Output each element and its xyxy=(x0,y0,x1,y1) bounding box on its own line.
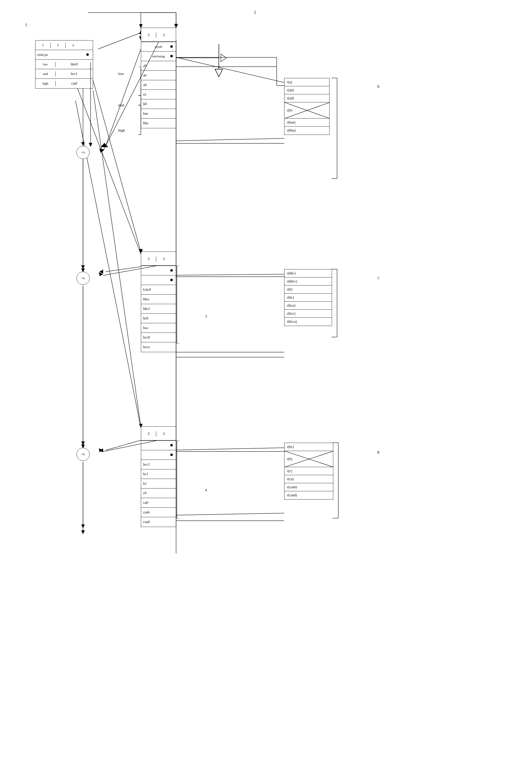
node1-low-label: low xyxy=(35,62,56,67)
mc3-row-bcc1: bcc1 xyxy=(141,462,152,467)
mc3-row-bc1: bc1 xyxy=(141,472,150,477)
rb8-row3: r(c) xyxy=(285,467,333,475)
label-4: 4 xyxy=(205,488,207,492)
svg-line-64 xyxy=(176,57,284,82)
rb6-row5: r(bae) xyxy=(285,118,329,126)
hb2-col1: 3 xyxy=(141,256,156,261)
rb7-row2: r(bbcc) xyxy=(285,277,332,285)
mc3-row-c0: c0 xyxy=(141,491,148,496)
rb8-row4: r(ca) xyxy=(285,475,333,483)
node1-mid-label: mid xyxy=(35,71,56,76)
label-8: 8 xyxy=(377,450,379,455)
svg-marker-3 xyxy=(81,265,85,269)
svg-line-66 xyxy=(176,274,284,275)
svg-line-18 xyxy=(106,440,141,450)
op1-circle: +x xyxy=(76,146,89,159)
node1: 1 1 x child ptr low bbc0 mid bcc1 high c… xyxy=(35,40,93,89)
svg-line-65 xyxy=(176,138,284,141)
mc3-dot1 xyxy=(170,444,173,448)
mc2-row-bca: bca xyxy=(141,325,150,330)
mc3-row-b1: b1 xyxy=(141,481,149,486)
result-box-7: r(bbc) r(bbcc) r(b) r(bc) r(bca) r(bcc) … xyxy=(284,269,332,326)
node1-cell2: 1 xyxy=(51,43,66,48)
hb1-col2: 3 xyxy=(156,32,171,38)
node1-cell3: x xyxy=(66,43,81,48)
child-ptr-dot xyxy=(86,53,89,57)
rb8-row1: r(bc) xyxy=(285,443,333,451)
result-box-8: r(bc) r(b) r(c) r(ca) r(caab) r(caad) xyxy=(284,443,333,500)
mc2-row-bcc0: bcc0 xyxy=(141,335,152,340)
svg-line-69 xyxy=(176,513,284,515)
middle-col-1: result enclosing a0 ab ad a1 b0 bae bba xyxy=(141,42,176,128)
hb1-col1: 3 xyxy=(141,32,156,38)
middle-col-2: b.bc0 bbcc bbc1 bc0 bca bcc0 bcca xyxy=(141,266,176,352)
mc3-dot2 xyxy=(170,453,173,457)
brace-svg-3 xyxy=(175,441,186,519)
brace-svg-1 xyxy=(123,67,143,142)
rb7-row1: r(bbc) xyxy=(285,269,332,277)
mc2-row-bcca: bcca xyxy=(141,344,152,349)
rb6-row4: r(b) xyxy=(285,102,329,118)
svg-marker-85 xyxy=(89,143,92,147)
middle-col-3: bcc1 bc1 b1 c0 ca0 caab caad xyxy=(141,441,176,527)
mc3-row-caad: caad xyxy=(141,520,152,525)
rb6-row6: r(bba) xyxy=(285,126,329,135)
svg-marker-19 xyxy=(99,449,103,452)
rb8-row5: r(caab) xyxy=(285,483,333,491)
header-block-2: 3 3 xyxy=(141,251,176,266)
svg-line-68 xyxy=(176,448,284,450)
mc1-enclosing-dot xyxy=(170,54,173,58)
mc2-row-bbc1: bbc1 xyxy=(141,306,152,311)
node1-low-val: bbc0 xyxy=(56,62,93,67)
op2-circle: +x xyxy=(76,272,89,285)
header-block-1: 3 3 xyxy=(141,28,176,42)
hb2-col2: 3 xyxy=(156,256,171,261)
rb7-row7: r(bcca) xyxy=(285,318,332,326)
mc2-row-bbbc0: b.bc0 xyxy=(141,287,153,292)
mc2-dot1 xyxy=(170,269,173,273)
mc2-row-bc0: bc0 xyxy=(141,316,150,321)
rb8-diagonal xyxy=(285,451,333,467)
svg-marker-22 xyxy=(221,54,226,62)
svg-marker-87 xyxy=(99,148,104,153)
lines-svg xyxy=(0,0,532,775)
node1-high-val: caaf xyxy=(56,81,93,86)
rb8-row6: r(caad) xyxy=(285,491,333,499)
hb3-col1: 3 xyxy=(141,431,156,437)
brace-svg-2 xyxy=(175,266,186,343)
svg-marker-7 xyxy=(81,525,85,528)
node1-child-ptr-row: child ptr xyxy=(35,52,93,57)
rb7-row6: r(bcc) xyxy=(285,310,332,318)
svg-marker-11 xyxy=(101,143,108,147)
svg-marker-91 xyxy=(99,272,103,276)
result-box-6: r(a) r(ab) r(ad) r(b) r(bae) r(bba) xyxy=(284,78,330,135)
svg-line-16 xyxy=(106,267,141,272)
rb6-row3: r(ad) xyxy=(285,94,329,102)
label-6: 6 xyxy=(377,84,379,89)
mc3-row-caab: caab xyxy=(141,510,152,515)
rb7-row4: r(bc) xyxy=(285,293,332,301)
node1-cell1: 1 xyxy=(35,43,51,48)
rb8-row2: r(b) xyxy=(285,451,333,467)
connectors-svg xyxy=(0,0,532,775)
mc3-row-ca0: ca0 xyxy=(141,500,150,505)
svg-marker-101 xyxy=(81,530,85,534)
svg-marker-63 xyxy=(215,69,222,77)
op3-circle: +x xyxy=(76,448,89,461)
label-2: 2 xyxy=(254,10,256,15)
svg-marker-97 xyxy=(99,448,103,452)
label-1: 1 xyxy=(25,23,27,27)
rb6-row1: r(a) xyxy=(285,78,329,86)
node1-mid-val: bcc1 xyxy=(56,71,93,76)
header-block-3: 3 3 xyxy=(141,427,176,441)
mc2-row-bbcc: bbcc xyxy=(141,297,152,302)
svg-marker-9 xyxy=(81,142,85,146)
svg-marker-5 xyxy=(81,442,85,445)
label-7: 7 xyxy=(377,277,379,281)
rb7-row3: r(b) xyxy=(285,285,332,293)
child-ptr-label: child ptr xyxy=(37,53,48,57)
hb3-col2: 3 xyxy=(156,431,171,437)
mc1-result-dot xyxy=(170,45,173,49)
rb6-diagonal xyxy=(285,102,329,118)
mc2-dot2 xyxy=(170,278,173,282)
